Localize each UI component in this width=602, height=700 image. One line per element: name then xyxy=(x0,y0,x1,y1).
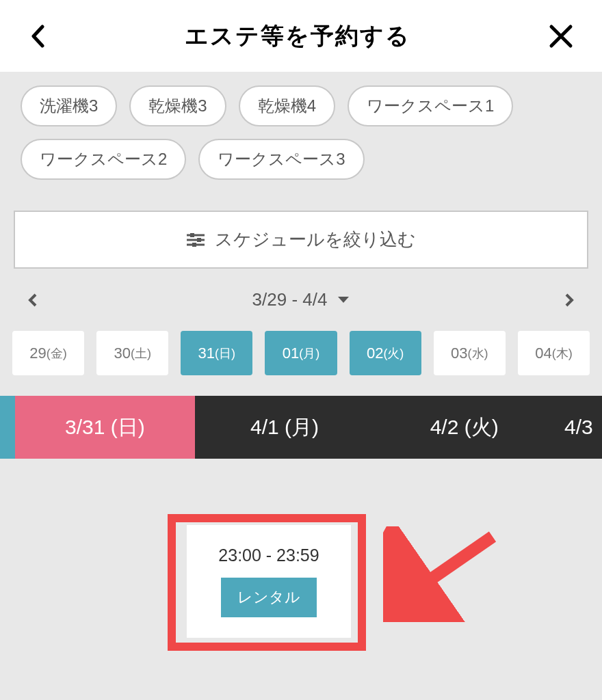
day-tab[interactable]: 03(水) xyxy=(434,331,506,375)
svg-rect-5 xyxy=(192,243,196,247)
filter-pills: 洗濯機3 乾燥機3 乾燥機4 ワークスペース1 ワークスペース2 ワークスペース… xyxy=(0,72,602,187)
svg-rect-1 xyxy=(190,233,194,237)
arrow-annotation xyxy=(383,526,506,625)
day-tab[interactable]: 30(土) xyxy=(96,331,168,375)
day-tab[interactable]: 29(金) xyxy=(12,331,84,375)
day-tab[interactable]: 04(木) xyxy=(518,331,590,375)
filter-pill[interactable]: ワークスペース2 xyxy=(21,139,186,180)
schedule-filter-button[interactable]: スケジュールを絞り込む xyxy=(14,211,588,269)
chevron-right-icon xyxy=(564,293,574,307)
schedule-filter-label: スケジュールを絞り込む xyxy=(215,228,416,252)
date-strip-accent xyxy=(0,396,15,459)
close-icon xyxy=(549,24,573,49)
schedule-filter-section: スケジュールを絞り込む xyxy=(14,211,588,269)
svg-line-6 xyxy=(404,537,493,598)
day-tabs: 29(金) 30(土) 31(日) 01(月) 02(火) 03(水) 04(木… xyxy=(0,331,602,375)
week-navigation: 3/29 - 4/4 xyxy=(0,269,602,331)
date-strip: 3/31 (日) 4/1 (月) 4/2 (火) 4/3 xyxy=(0,396,602,459)
highlight-annotation xyxy=(168,514,366,651)
caret-down-icon xyxy=(337,296,350,304)
chevron-left-icon xyxy=(31,25,44,48)
header: エステ等を予約する xyxy=(0,0,602,72)
week-range-selector[interactable]: 3/29 - 4/4 xyxy=(252,289,350,310)
week-prev-button[interactable] xyxy=(26,293,40,307)
day-tab[interactable]: 01(月) xyxy=(265,331,337,375)
page-title: エステ等を予約する xyxy=(185,21,410,52)
date-strip-day[interactable]: 4/1 (月) xyxy=(195,396,375,459)
date-strip-day[interactable]: 3/31 (日) xyxy=(15,396,195,459)
date-strip-day[interactable]: 4/2 (火) xyxy=(374,396,554,459)
arrow-icon xyxy=(383,526,506,622)
day-tab[interactable]: 02(火) xyxy=(350,331,421,375)
date-strip-day[interactable]: 4/3 xyxy=(554,396,602,459)
sliders-icon xyxy=(187,232,205,248)
chevron-left-icon xyxy=(28,293,38,307)
filter-pill[interactable]: 乾燥機3 xyxy=(129,85,226,126)
filter-pill[interactable]: 洗濯機3 xyxy=(21,85,117,126)
filter-pill[interactable]: ワークスペース3 xyxy=(198,139,364,180)
week-next-button[interactable] xyxy=(562,293,576,307)
day-tab[interactable]: 31(日) xyxy=(181,331,252,375)
svg-rect-3 xyxy=(197,238,201,242)
filter-pill[interactable]: ワークスペース1 xyxy=(348,85,513,126)
close-button[interactable] xyxy=(547,23,575,50)
week-range-label: 3/29 - 4/4 xyxy=(252,289,328,310)
back-button[interactable] xyxy=(27,26,48,46)
filter-pill[interactable]: 乾燥機4 xyxy=(239,85,335,126)
